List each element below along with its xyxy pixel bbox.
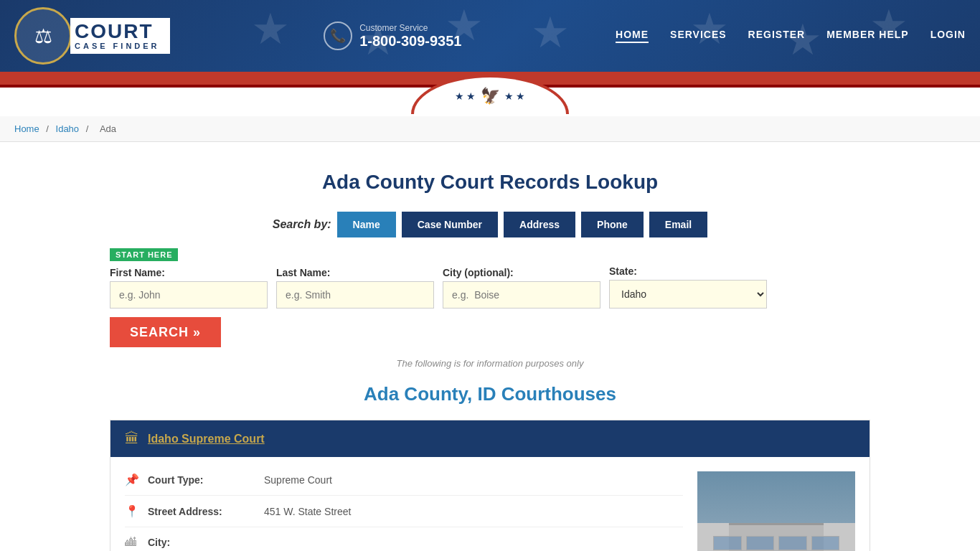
start-here-badge: START HERE xyxy=(110,248,178,261)
logo-text-box: COURT CASE FINDER xyxy=(70,18,170,54)
city-label: City (optional): xyxy=(443,267,600,278)
header-inner: ⚖ COURT CASE FINDER 📞 Customer Service 1… xyxy=(0,0,980,72)
city-input[interactable] xyxy=(443,281,600,309)
nav-home[interactable]: HOME xyxy=(616,29,649,43)
breadcrumb-sep-2: / xyxy=(86,123,91,134)
cs-info: Customer Service 1-800-309-9351 xyxy=(359,23,461,50)
info-row-street: 📍 Street Address: 451 W. State Street xyxy=(125,496,683,527)
breadcrumb-current: Ada xyxy=(100,123,116,134)
nav-register[interactable]: REGISTER xyxy=(748,29,806,43)
building-windows xyxy=(713,536,839,551)
page-title: Ada County Court Records Lookup xyxy=(110,171,870,194)
court-type-label: Court Type: xyxy=(148,474,255,486)
start-here-badge-wrapper: START HERE xyxy=(110,248,870,265)
search-button[interactable]: SEARCH xyxy=(110,317,221,347)
logo-area: ⚖ COURT CASE FINDER xyxy=(14,7,170,65)
nav-member-help[interactable]: MEMBER HELP xyxy=(826,29,908,43)
street-label: Street Address: xyxy=(148,506,255,517)
info-row-city: 🏙 City: xyxy=(125,527,683,551)
first-name-group: First Name: xyxy=(110,267,268,309)
phone-icon: 📞 xyxy=(324,22,352,50)
search-form: First Name: Last Name: City (optional): … xyxy=(110,265,870,347)
window-4 xyxy=(811,536,840,550)
eagle-row: ★ ★ 🦅 ★ ★ xyxy=(455,87,526,105)
main-nav: HOME SERVICES REGISTER MEMBER HELP LOGIN xyxy=(616,29,966,43)
state-group: State: AlabamaAlaskaArizonaArkansasCalif… xyxy=(609,265,767,309)
courthouse-name-link[interactable]: Idaho Supreme Court xyxy=(148,433,265,446)
courthouse-image xyxy=(697,471,855,551)
court-type-icon: 📌 xyxy=(125,473,139,486)
nav-services[interactable]: SERVICES xyxy=(670,29,727,43)
eagle-banner: ★ ★ 🦅 ★ ★ xyxy=(0,88,980,116)
search-by-label: Search by: xyxy=(273,218,331,231)
eagle-symbol: 🦅 xyxy=(481,87,500,105)
breadcrumb-home[interactable]: Home xyxy=(14,123,39,134)
site-header: ★ ★ ★ ★ ★ ★ ★ ⚖ COURT CASE FINDER 📞 Cust… xyxy=(0,0,980,116)
customer-service: 📞 Customer Service 1-800-309-9351 xyxy=(324,22,461,50)
court-type-value: Supreme Court xyxy=(264,474,332,486)
last-name-group: Last Name: xyxy=(276,267,434,309)
courthouse-body: 📌 Court Type: Supreme Court 📍 Street Add… xyxy=(110,457,870,551)
logo-court-text: COURT xyxy=(75,22,160,42)
main-content: Ada County Court Records Lookup Search b… xyxy=(95,142,885,551)
street-value: 451 W. State Street xyxy=(264,506,351,517)
logo-finder-text: CASE FINDER xyxy=(75,42,160,50)
tab-address[interactable]: Address xyxy=(504,212,575,237)
cs-label: Customer Service xyxy=(359,23,461,33)
stars-right: ★ ★ xyxy=(504,90,526,102)
last-name-label: Last Name: xyxy=(276,267,434,278)
breadcrumb: Home / Idaho / Ada xyxy=(0,116,980,142)
search-by-row: Search by: Name Case Number Address Phon… xyxy=(110,212,870,237)
state-label: State: xyxy=(609,265,767,277)
city-icon: 🏙 xyxy=(125,536,139,549)
logo-icon: ⚖ xyxy=(14,7,72,65)
building-shape xyxy=(697,523,855,551)
courthouses-title: Ada County, ID Courthouses xyxy=(110,383,870,405)
first-name-label: First Name: xyxy=(110,267,268,278)
breadcrumb-idaho[interactable]: Idaho xyxy=(56,123,80,134)
last-name-input[interactable] xyxy=(276,281,434,309)
courthouse-icon: 🏛 xyxy=(125,430,139,447)
tab-email[interactable]: Email xyxy=(649,212,707,237)
info-note: The following is for information purpose… xyxy=(110,358,870,369)
court-img xyxy=(697,471,855,551)
window-1 xyxy=(713,536,742,550)
courthouse-card-0: 🏛 Idaho Supreme Court 📌 Court Type: Supr… xyxy=(110,420,870,551)
city-group: City (optional): xyxy=(443,267,600,309)
cs-phone: 1-800-309-9351 xyxy=(359,33,461,50)
tab-phone[interactable]: Phone xyxy=(581,212,644,237)
state-select[interactable]: AlabamaAlaskaArizonaArkansasCaliforniaCo… xyxy=(609,280,767,309)
stars-left: ★ ★ xyxy=(455,90,476,102)
nav-login[interactable]: LOGIN xyxy=(930,29,966,43)
first-name-input[interactable] xyxy=(110,281,268,309)
street-icon: 📍 xyxy=(125,504,139,518)
courthouse-header: 🏛 Idaho Supreme Court xyxy=(110,420,870,457)
tab-case-number[interactable]: Case Number xyxy=(402,212,498,237)
breadcrumb-sep-1: / xyxy=(46,123,51,134)
city-info-label: City: xyxy=(148,537,255,548)
window-3 xyxy=(778,536,807,550)
info-row-court-type: 📌 Court Type: Supreme Court xyxy=(125,464,683,496)
courthouse-info: 📌 Court Type: Supreme Court 📍 Street Add… xyxy=(110,464,697,551)
window-2 xyxy=(746,536,775,550)
tab-name[interactable]: Name xyxy=(337,212,396,237)
